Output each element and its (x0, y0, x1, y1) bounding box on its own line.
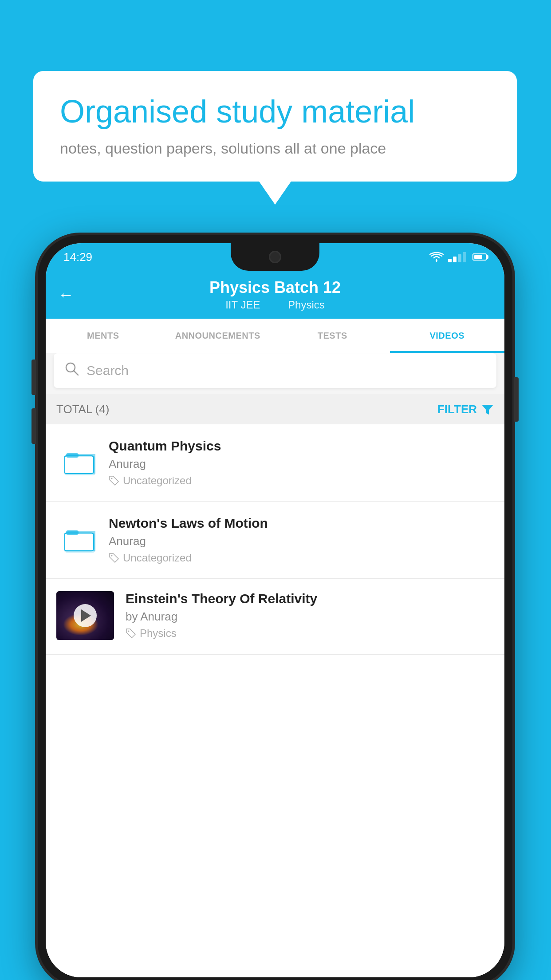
total-count: TOTAL (4) (56, 403, 109, 416)
filter-label: FILTER (437, 403, 477, 416)
video-item-1[interactable]: Quantum Physics Anurag Uncategorized (46, 424, 504, 502)
bubble-subtitle: notes, question papers, solutions all at… (60, 140, 490, 157)
tag-icon-3 (126, 628, 136, 639)
tab-ments[interactable]: MENTS (46, 319, 161, 353)
battery-icon (472, 253, 487, 261)
video-author-2: Anurag (109, 534, 494, 548)
video-author-3: by Anurag (126, 610, 494, 624)
header-subtitle: IIT JEE Physics (219, 299, 331, 311)
phone-frame: 14:29 (38, 235, 512, 980)
back-button[interactable]: ← (58, 285, 74, 304)
header-title: Physics Batch 12 (209, 278, 341, 297)
svg-marker-3 (482, 405, 493, 415)
bubble-title: Organised study material (60, 93, 490, 130)
svg-rect-11 (64, 533, 94, 551)
tag-icon-1 (109, 475, 119, 486)
svg-rect-7 (66, 453, 79, 458)
volume-down-button (31, 408, 36, 444)
wifi-icon (429, 252, 444, 262)
camera (269, 251, 281, 263)
filter-icon (481, 403, 494, 415)
folder-icon-1 (63, 446, 97, 480)
svg-point-8 (111, 478, 113, 479)
app-header: ← Physics Batch 12 IIT JEE Physics (46, 271, 504, 319)
video-item-2[interactable]: Newton's Laws of Motion Anurag Uncategor… (46, 502, 504, 579)
video-title-1: Quantum Physics (109, 439, 494, 454)
svg-rect-6 (64, 456, 94, 474)
tab-bar: MENTS ANNOUNCEMENTS TESTS VIDEOS (46, 319, 504, 353)
status-icons (429, 252, 487, 262)
svg-line-2 (74, 371, 78, 375)
video-item-3[interactable]: Einstein's Theory Of Relativity by Anura… (46, 579, 504, 655)
subtitle-physics: Physics (288, 299, 325, 311)
video-title-3: Einstein's Theory Of Relativity (126, 591, 494, 606)
video-info-2: Newton's Laws of Motion Anurag Uncategor… (109, 516, 494, 564)
svg-point-13 (111, 555, 113, 557)
filter-bar: TOTAL (4) FILTER (46, 394, 504, 424)
signal-bars (448, 252, 466, 262)
subtitle-iit: IIT JEE (225, 299, 260, 311)
power-button (514, 377, 519, 422)
search-input[interactable]: Search (87, 363, 129, 378)
tag-icon-2 (109, 553, 119, 563)
content-area: Quantum Physics Anurag Uncategorized (46, 424, 504, 977)
video-title-2: Newton's Laws of Motion (109, 516, 494, 531)
folder-icon-2 (63, 523, 97, 557)
video-tag-2: Uncategorized (109, 552, 494, 564)
play-button-3[interactable] (74, 604, 97, 627)
video-thumbnail-3 (56, 591, 114, 640)
status-time: 14:29 (63, 250, 92, 264)
tab-announcements[interactable]: ANNOUNCEMENTS (161, 319, 276, 353)
video-info-3: Einstein's Theory Of Relativity by Anura… (126, 591, 494, 640)
svg-point-0 (436, 260, 437, 261)
video-tag-1: Uncategorized (109, 474, 494, 487)
video-author-1: Anurag (109, 457, 494, 471)
search-bar[interactable]: Search (54, 353, 496, 388)
svg-point-14 (128, 631, 130, 632)
video-info-1: Quantum Physics Anurag Uncategorized (109, 439, 494, 487)
search-icon (64, 361, 79, 380)
notch (231, 243, 319, 271)
tab-tests[interactable]: TESTS (275, 319, 390, 353)
volume-up-button (31, 360, 36, 395)
phone-screen: 14:29 (46, 243, 504, 977)
tab-videos[interactable]: VIDEOS (390, 319, 505, 353)
speech-bubble: Organised study material notes, question… (33, 71, 517, 182)
filter-button[interactable]: FILTER (437, 403, 494, 416)
video-tag-3: Physics (126, 627, 494, 640)
svg-rect-12 (66, 530, 79, 535)
